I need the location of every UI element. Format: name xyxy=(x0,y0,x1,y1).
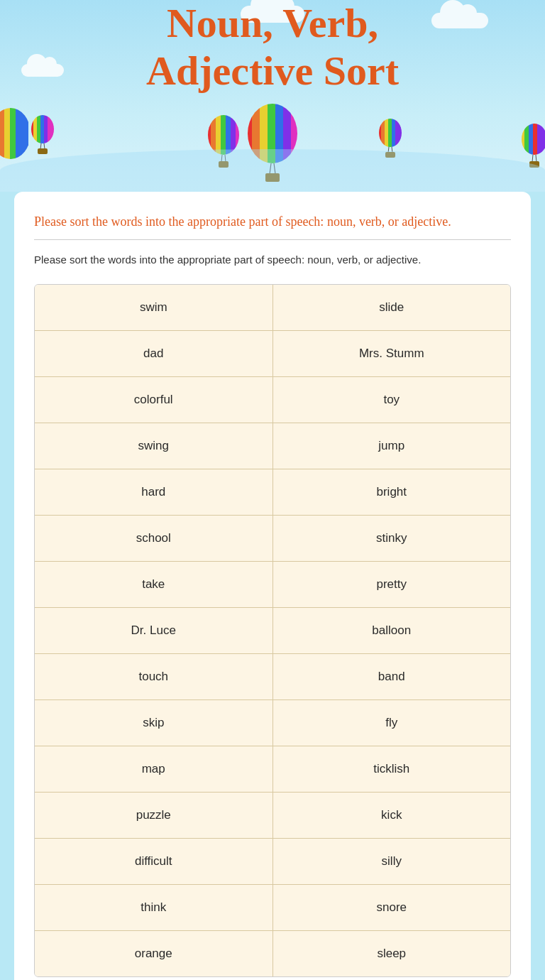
svg-rect-16 xyxy=(216,114,221,163)
svg-rect-18 xyxy=(226,114,231,163)
svg-rect-28 xyxy=(37,114,40,149)
word-cell[interactable]: puzzle xyxy=(35,793,273,838)
svg-rect-30 xyxy=(44,114,48,149)
table-row: Dr. Luceballoon xyxy=(35,608,510,654)
word-cell[interactable]: Dr. Luce xyxy=(35,608,273,653)
svg-line-9 xyxy=(270,163,271,174)
main-card: Please sort the words into the appropria… xyxy=(14,192,531,980)
svg-rect-59 xyxy=(0,107,4,163)
table-row: swingjump xyxy=(35,423,510,469)
instruction-title: Please sort the words into the appropria… xyxy=(34,213,511,231)
table-row: takepretty xyxy=(35,562,510,608)
svg-rect-8 xyxy=(291,99,301,170)
word-cell[interactable]: school xyxy=(35,516,273,561)
word-cell[interactable]: kick xyxy=(273,793,511,838)
svg-rect-37 xyxy=(378,117,381,153)
table-row: hardbright xyxy=(35,469,510,516)
table-row: schoolstinky xyxy=(35,516,510,562)
table-row: swimslide xyxy=(35,285,510,331)
svg-rect-4 xyxy=(260,99,268,170)
table-row: dadMrs. Stumm xyxy=(35,331,510,377)
svg-rect-14 xyxy=(206,114,211,163)
word-cell[interactable]: Mrs. Stumm xyxy=(273,331,511,376)
word-cell[interactable]: slide xyxy=(273,285,511,330)
svg-rect-45 xyxy=(385,152,395,158)
word-cell[interactable]: fly xyxy=(273,700,511,746)
word-cell[interactable]: swim xyxy=(35,285,273,330)
word-cell[interactable]: dad xyxy=(35,331,273,376)
svg-line-10 xyxy=(274,163,275,174)
balloon-far-right xyxy=(520,121,545,170)
svg-rect-23 xyxy=(219,161,229,168)
svg-rect-15 xyxy=(211,114,216,163)
svg-rect-26 xyxy=(30,114,33,149)
svg-line-32 xyxy=(40,143,41,149)
svg-rect-19 xyxy=(231,114,236,163)
svg-rect-41 xyxy=(392,117,395,153)
balloon-edge-left xyxy=(0,107,28,178)
svg-rect-60 xyxy=(4,107,10,163)
svg-rect-50 xyxy=(529,121,533,163)
svg-line-22 xyxy=(225,155,226,162)
word-cell[interactable]: toy xyxy=(273,377,511,423)
table-row: colorfultoy xyxy=(35,377,510,423)
word-cell[interactable]: hard xyxy=(35,469,273,515)
balloon-far-left xyxy=(30,114,55,156)
svg-rect-48 xyxy=(520,121,524,163)
svg-rect-27 xyxy=(33,114,37,149)
svg-rect-2 xyxy=(244,99,252,170)
word-cell[interactable]: silly xyxy=(273,839,511,884)
svg-rect-5 xyxy=(268,99,275,170)
word-cell[interactable]: map xyxy=(35,746,273,792)
word-cell[interactable]: band xyxy=(273,654,511,699)
svg-line-53 xyxy=(532,155,533,162)
svg-line-33 xyxy=(44,143,45,149)
word-cell[interactable]: pretty xyxy=(273,562,511,607)
word-cell[interactable]: take xyxy=(35,562,273,607)
word-cell[interactable]: difficult xyxy=(35,839,273,884)
table-row: orangesleep xyxy=(35,931,510,976)
svg-line-54 xyxy=(536,155,536,162)
svg-rect-3 xyxy=(252,99,260,170)
table-row: difficultsilly xyxy=(35,839,510,885)
balloon-center xyxy=(244,99,301,185)
word-cell[interactable]: stinky xyxy=(273,516,511,561)
word-cell[interactable]: swing xyxy=(35,423,273,469)
svg-rect-6 xyxy=(275,99,283,170)
svg-rect-51 xyxy=(533,121,537,163)
table-row: mapticklish xyxy=(35,746,510,793)
instruction-body: Please sort the words into the appropria… xyxy=(34,251,511,268)
word-cell[interactable]: orange xyxy=(35,931,273,976)
word-cell[interactable]: balloon xyxy=(273,608,511,653)
svg-line-43 xyxy=(388,147,389,153)
word-cell[interactable]: sleep xyxy=(273,931,511,976)
header-background: Noun, Verb, Adjective Sort xyxy=(0,0,545,192)
word-cell[interactable]: jump xyxy=(273,423,511,469)
svg-line-44 xyxy=(392,147,392,153)
word-cell[interactable]: ticklish xyxy=(273,746,511,792)
svg-rect-17 xyxy=(221,114,226,163)
svg-rect-34 xyxy=(38,148,48,154)
balloon-right-small xyxy=(378,117,403,160)
word-cell[interactable]: bright xyxy=(273,469,511,515)
word-cell[interactable]: colorful xyxy=(35,377,273,423)
svg-rect-11 xyxy=(265,173,280,182)
balloon-left-small xyxy=(206,114,241,170)
table-row: puzzlekick xyxy=(35,793,510,839)
table-row: touchband xyxy=(35,654,510,700)
svg-rect-38 xyxy=(381,117,385,153)
table-row: skipfly xyxy=(35,700,510,746)
svg-rect-7 xyxy=(283,99,291,170)
title-container: Noun, Verb, Adjective Sort xyxy=(0,14,545,109)
word-cell[interactable]: skip xyxy=(35,700,273,746)
word-cell[interactable]: think xyxy=(35,885,273,930)
svg-rect-62 xyxy=(16,107,28,163)
svg-rect-52 xyxy=(537,121,545,163)
svg-rect-49 xyxy=(524,121,529,163)
word-cell[interactable]: touch xyxy=(35,654,273,699)
divider xyxy=(34,239,511,240)
svg-rect-61 xyxy=(10,107,16,163)
svg-rect-39 xyxy=(385,117,388,153)
word-cell[interactable]: snore xyxy=(273,885,511,930)
table-row: thinksnore xyxy=(35,885,510,931)
